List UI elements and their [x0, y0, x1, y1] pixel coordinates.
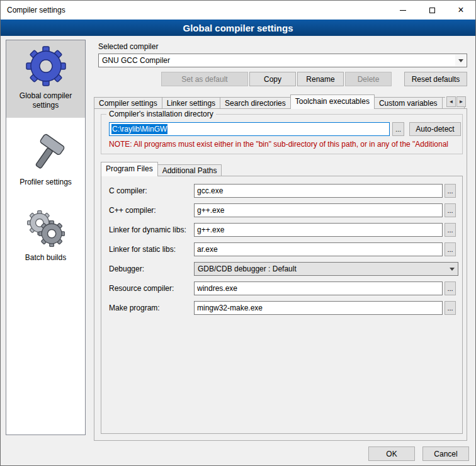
selected-compiler-label: Selected compiler — [98, 42, 158, 51]
sidebar-item-batch-builds[interactable]: Batch builds — [6, 202, 85, 270]
field-label: C++ compiler: — [109, 206, 156, 215]
tab-linker-settings[interactable]: Linker settings — [162, 97, 220, 109]
field-label: Linker for dynamic libs: — [109, 225, 186, 234]
tab-scroll-left-button[interactable]: ◄ — [446, 96, 456, 107]
rename-button[interactable]: Rename — [297, 72, 344, 86]
subtab-additional-paths[interactable]: Additional Paths — [157, 164, 222, 176]
cpp-compiler-row: C++ compiler: ... — [109, 203, 456, 217]
note-text: NOTE: All programs must exist either in … — [109, 140, 461, 149]
sidebar-item-label: Global compiler settings — [8, 91, 84, 110]
minimize-button[interactable] — [388, 1, 417, 20]
arrow-right-icon: ► — [459, 99, 464, 105]
dialog-header: Global compiler settings — [1, 20, 475, 36]
resource-compiler-input[interactable] — [194, 281, 443, 295]
subtab-program-files[interactable]: Program Files — [101, 162, 158, 176]
browse-button[interactable]: ... — [445, 281, 456, 295]
maximize-button[interactable] — [417, 1, 446, 20]
browse-directory-button[interactable]: ... — [392, 122, 404, 136]
installation-directory-group-title: Compiler's installation directory — [106, 110, 216, 118]
toolchain-executables-page: Compiler's installation directory C:\ray… — [94, 108, 467, 441]
program-files-panel: C compiler: ... C++ compiler: ... Linker… — [101, 176, 463, 434]
installation-directory-value: C:\raylib\MinGW — [111, 124, 167, 134]
copy-button[interactable]: Copy — [249, 72, 296, 86]
linker-static-row: Linker for static libs: ... — [109, 242, 456, 256]
reset-defaults-button[interactable]: Reset defaults — [404, 72, 467, 86]
resource-compiler-row: Resource compiler: ... — [109, 281, 456, 295]
linker-dynamic-row: Linker for dynamic libs: ... — [109, 223, 456, 237]
linker-static-input[interactable] — [194, 242, 443, 256]
compiler-settings-window: Compiler settings × Global compiler sett… — [0, 0, 476, 466]
chevron-down-icon — [455, 55, 466, 66]
gear-icon — [26, 46, 66, 86]
debugger-row: Debugger: GDB/CDB debugger : Default — [109, 262, 456, 276]
debugger-dropdown[interactable]: GDB/CDB debugger : Default — [194, 262, 458, 276]
compiler-button-row: Set as default Copy Rename Delete Reset … — [98, 72, 467, 86]
field-label: C compiler: — [109, 186, 147, 195]
installation-directory-input[interactable]: C:\raylib\MinGW — [109, 122, 390, 136]
sidebar-item-label: Batch builds — [25, 253, 66, 263]
tab-toolchain-executables[interactable]: Toolchain executables — [290, 94, 375, 109]
caption-buttons: × — [388, 1, 475, 20]
c-compiler-input[interactable] — [194, 184, 443, 198]
sidebar-item-global-compiler-settings[interactable]: Global compiler settings — [6, 40, 85, 118]
tab-compiler-settings[interactable]: Compiler settings — [94, 97, 162, 109]
tab-scroll-arrows: ◄ ► — [445, 96, 466, 107]
make-program-input[interactable] — [194, 301, 443, 315]
chevron-down-icon — [446, 263, 457, 275]
installation-directory-group: Compiler's installation directory C:\ray… — [101, 114, 463, 154]
hammer-icon — [26, 132, 66, 173]
debugger-value: GDB/CDB debugger : Default — [198, 264, 297, 273]
make-program-row: Make program: ... — [109, 301, 456, 315]
field-label: Resource compiler: — [109, 284, 174, 293]
delete-button[interactable]: Delete — [345, 72, 392, 86]
footer: OK Cancel — [368, 446, 469, 461]
field-label: Make program: — [109, 304, 160, 312]
cpp-compiler-input[interactable] — [194, 203, 443, 217]
c-compiler-row: C compiler: ... — [109, 184, 456, 198]
close-icon: × — [458, 5, 463, 15]
maximize-icon — [429, 8, 435, 13]
browse-button[interactable]: ... — [445, 223, 456, 237]
gears-icon — [26, 208, 66, 248]
minimize-icon — [400, 10, 406, 11]
browse-button[interactable]: ... — [445, 203, 456, 217]
tab-scroll-right-button[interactable]: ► — [456, 96, 466, 107]
sidebar: Global compiler settings Profiler settin… — [6, 40, 86, 435]
field-label: Debugger: — [109, 264, 144, 273]
sidebar-item-label: Profiler settings — [20, 178, 72, 187]
browse-button[interactable]: ... — [445, 301, 456, 315]
sidebar-item-profiler-settings[interactable]: Profiler settings — [6, 127, 85, 195]
program-tabbar: Program Files Additional Paths — [101, 162, 221, 176]
arrow-left-icon: ◄ — [449, 99, 454, 105]
field-label: Linker for static libs: — [109, 245, 176, 254]
linker-dynamic-input[interactable] — [194, 223, 443, 237]
set-as-default-button[interactable]: Set as default — [161, 72, 248, 86]
window-title: Compiler settings — [7, 6, 65, 14]
close-button[interactable]: × — [446, 1, 475, 20]
browse-button[interactable]: ... — [445, 242, 456, 256]
tab-custom-variables[interactable]: Custom variables — [374, 97, 443, 109]
tab-search-directories[interactable]: Search directories — [220, 97, 291, 109]
ok-button[interactable]: OK — [368, 446, 415, 461]
selected-compiler-value: GNU GCC Compiler — [102, 56, 170, 65]
cancel-button[interactable]: Cancel — [422, 446, 469, 461]
selected-compiler-dropdown[interactable]: GNU GCC Compiler — [98, 54, 467, 67]
auto-detect-button[interactable]: Auto-detect — [409, 122, 461, 136]
browse-button[interactable]: ... — [445, 184, 456, 198]
main-tabbar: Compiler settings Linker settings Search… — [94, 94, 467, 109]
titlebar: Compiler settings × — [1, 1, 475, 20]
